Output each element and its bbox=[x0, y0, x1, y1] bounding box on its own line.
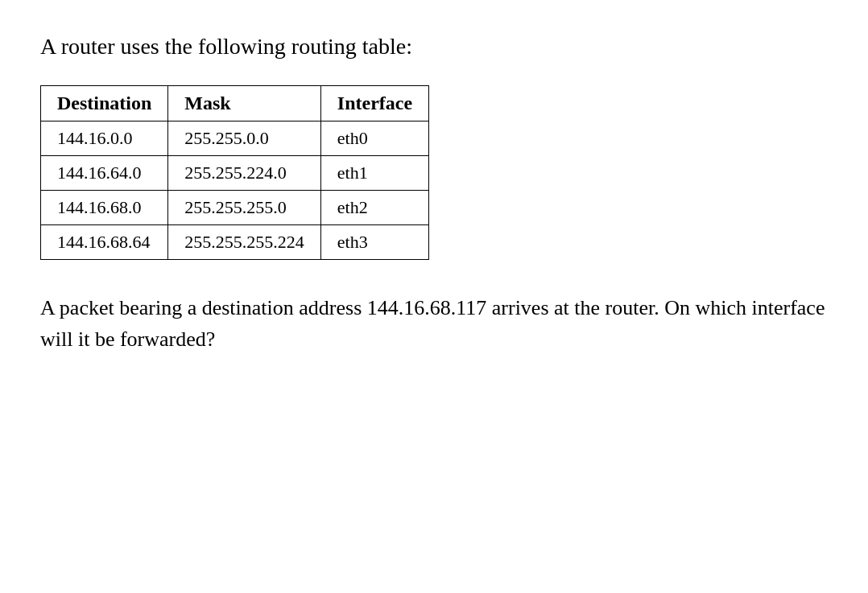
table-cell-r2-c1: 255.255.255.0 bbox=[168, 191, 321, 225]
table-row: 144.16.68.0255.255.255.0eth2 bbox=[41, 191, 429, 225]
table-cell-r1-c0: 144.16.64.0 bbox=[41, 156, 168, 191]
col-header-destination: Destination bbox=[41, 86, 168, 121]
table-cell-r0-c0: 144.16.0.0 bbox=[41, 121, 168, 156]
table-cell-r3-c0: 144.16.68.64 bbox=[41, 225, 168, 260]
question-text: A packet bearing a destination address 1… bbox=[40, 292, 828, 355]
table-header-row: Destination Mask Interface bbox=[41, 86, 429, 121]
table-cell-r0-c1: 255.255.0.0 bbox=[168, 121, 321, 156]
table-cell-r2-c2: eth2 bbox=[320, 191, 428, 225]
table-body: 144.16.0.0255.255.0.0eth0144.16.64.0255.… bbox=[41, 121, 429, 260]
col-header-interface: Interface bbox=[320, 86, 428, 121]
table-cell-r1-c1: 255.255.224.0 bbox=[168, 156, 321, 191]
table-row: 144.16.64.0255.255.224.0eth1 bbox=[41, 156, 429, 191]
table-cell-r1-c2: eth1 bbox=[320, 156, 428, 191]
page-title: A router uses the following routing tabl… bbox=[40, 32, 828, 61]
table-row: 144.16.68.64255.255.255.224eth3 bbox=[41, 225, 429, 260]
table-cell-r3-c1: 255.255.255.224 bbox=[168, 225, 321, 260]
routing-table-container: Destination Mask Interface 144.16.0.0255… bbox=[40, 85, 828, 260]
table-row: 144.16.0.0255.255.0.0eth0 bbox=[41, 121, 429, 156]
table-cell-r2-c0: 144.16.68.0 bbox=[41, 191, 168, 225]
routing-table: Destination Mask Interface 144.16.0.0255… bbox=[40, 85, 429, 260]
table-cell-r3-c2: eth3 bbox=[320, 225, 428, 260]
col-header-mask: Mask bbox=[168, 86, 321, 121]
table-cell-r0-c2: eth0 bbox=[320, 121, 428, 156]
